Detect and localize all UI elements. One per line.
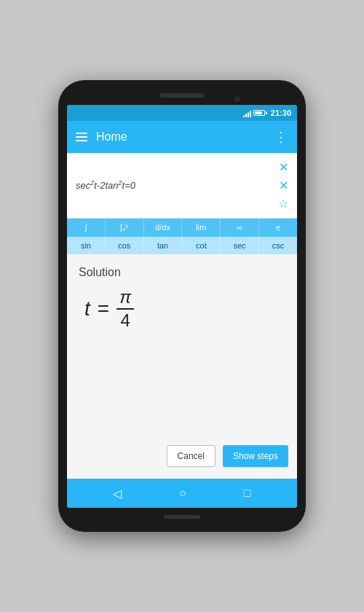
math-keyboard: ∫ ∫ₐᵇ d/dx lim ∞ e sin cos tan cot sec c… [67,219,297,254]
app-bar: Home ⋮ [67,121,297,153]
hamburger-line-3 [76,140,87,141]
phone-home-button[interactable] [164,515,200,519]
app-title: Home [96,130,266,144]
solution-math: t = π 4 [79,288,285,331]
buttons-row: Cancel Show steps [67,439,297,479]
kb-sin[interactable]: sin [67,237,106,254]
equation-display: sec2t-2tan2t=0 [76,179,135,191]
phone-device: 21:30 Home ⋮ ✕ sec2t-2tan2t=0 [58,80,306,532]
phone-screen: 21:30 Home ⋮ ✕ sec2t-2tan2t=0 [67,105,297,508]
hamburger-line-1 [76,133,87,134]
more-options-icon[interactable]: ⋮ [274,129,288,145]
solution-area: Solution t = π 4 [67,254,297,439]
solution-equals: = [98,297,109,321]
fraction-denominator: 4 [118,311,133,330]
phone-camera [234,96,240,102]
hamburger-line-2 [76,136,87,138]
battery-fill [255,111,263,114]
signal-bar-4 [250,111,251,117]
recent-nav-icon[interactable]: □ [244,487,251,500]
kb-derivative[interactable]: d/dx [144,219,183,237]
main-content: ✕ sec2t-2tan2t=0 ✕ ☆ ∫ ∫ₐᵇ [67,153,297,479]
cancel-button[interactable]: Cancel [167,445,215,467]
fraction-numerator: π [116,288,134,307]
signal-bar-2 [245,114,247,117]
signal-bars [243,109,251,117]
input-close-row: ✕ [67,159,297,176]
battery-icon [253,110,265,116]
close-icon-top[interactable]: ✕ [279,160,288,174]
show-steps-button[interactable]: Show steps [223,445,288,467]
back-nav-icon[interactable]: ◁ [113,487,122,501]
kb-cot[interactable]: cot [182,237,221,254]
status-icons [243,109,265,117]
kb-infinity[interactable]: ∞ [221,219,259,237]
kb-integral[interactable]: ∫ [67,219,106,237]
star-row: ☆ [67,195,297,212]
kb-sec[interactable]: sec [221,237,259,254]
solution-fraction: π 4 [116,288,134,331]
signal-bar-1 [243,115,245,117]
home-nav-icon[interactable]: ○ [179,487,186,500]
kb-limit[interactable]: lim [182,219,221,237]
hamburger-menu-icon[interactable] [76,133,87,141]
kb-cos[interactable]: cos [106,237,144,254]
star-icon[interactable]: ☆ [278,197,288,211]
status-time: 21:30 [271,109,291,117]
phone-speaker [160,93,204,98]
keyboard-row-1: ∫ ∫ₐᵇ d/dx lim ∞ e [67,219,297,237]
keyboard-row-2: sin cos tan cot sec csc [67,237,297,254]
kb-definite-integral[interactable]: ∫ₐᵇ [106,219,144,237]
solution-label: Solution [79,266,285,279]
equation-row: sec2t-2tan2t=0 ✕ [67,176,297,195]
kb-tan[interactable]: tan [144,237,183,254]
kb-csc[interactable]: csc [259,237,297,254]
input-area: ✕ sec2t-2tan2t=0 ✕ ☆ [67,153,297,219]
fraction-bar [116,308,134,310]
nav-bar: ◁ ○ □ [67,479,297,508]
signal-bar-3 [248,112,249,117]
kb-euler[interactable]: e [259,219,297,237]
status-bar: 21:30 [67,105,297,121]
solution-variable: t [84,297,90,321]
close-icon-equation[interactable]: ✕ [279,178,288,192]
